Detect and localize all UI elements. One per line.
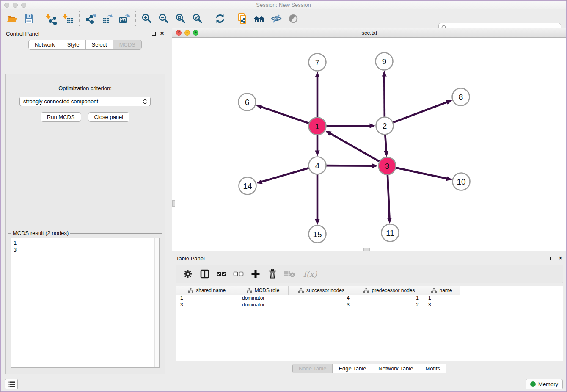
graph-edge-1-to-7[interactable] <box>315 72 319 119</box>
optimization-criterion-select[interactable]: strongly connected component <box>19 97 151 106</box>
graph-node-4[interactable]: 4 <box>309 157 326 174</box>
graph-edge-3-to-10[interactable] <box>395 168 452 181</box>
column-header-successor-nodes[interactable]: successor nodes <box>288 286 355 295</box>
graph-node-8[interactable]: 8 <box>452 88 470 106</box>
clone-network-icon[interactable] <box>234 11 251 26</box>
tab-motifs[interactable]: Motifs <box>419 364 446 373</box>
node-table: shared nameMCDS rolesuccessor nodesprede… <box>176 286 563 361</box>
column-header-filler <box>460 286 469 295</box>
graph-edge-1-to-4[interactable] <box>315 134 319 157</box>
graph-edge-2-to-9[interactable] <box>382 70 387 118</box>
cell-predecessor-nodes[interactable]: 1 <box>355 295 424 301</box>
preview-mode-icon[interactable] <box>285 11 302 26</box>
graph-node-10[interactable]: 10 <box>453 173 470 190</box>
zoom-out-icon[interactable] <box>155 11 172 26</box>
graph-edge-1-to-2[interactable] <box>325 124 375 128</box>
cell-successor-nodes[interactable]: 3 <box>288 301 355 308</box>
show-columns-icon[interactable] <box>197 267 212 281</box>
column-header-name[interactable]: name <box>424 286 460 295</box>
graph-edge-1-to-6[interactable] <box>256 105 310 124</box>
hide-panels-eye-icon[interactable] <box>268 11 285 26</box>
zoom-in-icon[interactable] <box>138 11 155 26</box>
graph-node-11[interactable]: 11 <box>382 224 399 242</box>
graph-edge-4-to-3[interactable] <box>325 163 378 168</box>
refresh-layout-icon[interactable] <box>212 11 228 26</box>
tab-edge-table[interactable]: Edge Table <box>333 364 372 373</box>
memory-button-label: Memory <box>538 381 558 387</box>
graph-edge-4-to-14[interactable] <box>256 168 310 184</box>
main-toolbar <box>1 10 566 28</box>
graph-edge-2-to-3[interactable] <box>384 133 388 157</box>
table-panel-tabs: Node TableEdge TableNetwork TableMotifs <box>292 364 446 373</box>
select-all-checkboxes-icon[interactable] <box>214 267 229 281</box>
network-canvas[interactable]: 7968124314101511 <box>172 38 567 251</box>
import-network-icon[interactable] <box>43 11 60 26</box>
zoom-selected-icon[interactable] <box>189 11 206 26</box>
cell-predecessor-nodes[interactable]: 2 <box>355 301 424 308</box>
graph-node-9[interactable]: 9 <box>376 53 393 70</box>
return-home-icon[interactable] <box>251 11 268 26</box>
import-table-icon[interactable] <box>60 11 77 26</box>
graph-node-3[interactable]: 3 <box>379 157 396 175</box>
result-scrollbar[interactable] <box>154 238 159 367</box>
column-type-icon <box>188 288 193 293</box>
tab-network[interactable]: Network <box>29 40 61 49</box>
memory-button[interactable]: Memory <box>526 379 563 389</box>
graph-edge-4-to-15[interactable] <box>315 174 319 225</box>
tab-style[interactable]: Style <box>61 40 86 49</box>
tab-node-table[interactable]: Node Table <box>293 364 333 373</box>
apply-function-icon[interactable]: f(x) <box>299 267 322 281</box>
graph-node-2[interactable]: 2 <box>376 117 394 135</box>
graph-node-6[interactable]: 6 <box>239 94 256 111</box>
run-mcds-button[interactable]: Run MCDS <box>41 112 81 122</box>
graph-node-14[interactable]: 14 <box>239 177 256 195</box>
deselect-all-checkboxes-icon[interactable] <box>231 267 246 281</box>
save-session-icon[interactable] <box>20 11 37 26</box>
graph-node-15[interactable]: 15 <box>309 226 326 243</box>
tab-select[interactable]: Select <box>86 40 113 49</box>
export-table-icon[interactable] <box>99 11 116 26</box>
table-row[interactable]: 3dominator323 <box>176 301 469 308</box>
add-column-icon[interactable] <box>248 267 263 281</box>
task-history-button[interactable] <box>5 379 18 389</box>
graph-edge-2-to-8[interactable] <box>392 100 452 123</box>
cell-shared-name[interactable]: 3 <box>176 301 238 308</box>
cell-shared-name[interactable]: 1 <box>176 295 238 301</box>
open-session-icon[interactable] <box>3 11 20 26</box>
column-header-MCDS-role[interactable]: MCDS role <box>238 286 288 295</box>
horizontal-splitter-handle[interactable] <box>363 248 370 251</box>
graph-node-7[interactable]: 7 <box>309 54 326 71</box>
control-panel-float-icon[interactable] <box>152 32 156 36</box>
export-image-icon[interactable] <box>116 11 133 26</box>
window-title: Session: New Session <box>1 2 566 8</box>
delete-table-icon[interactable] <box>282 267 297 281</box>
tab-network-table[interactable]: Network Table <box>372 364 419 373</box>
mcds-result-textarea[interactable]: 13 <box>11 238 160 368</box>
cell-name[interactable]: 1 <box>424 295 460 301</box>
column-header-predecessor-nodes[interactable]: predecessor nodes <box>355 286 424 295</box>
graph-edge-3-to-11[interactable] <box>387 174 392 224</box>
graph-node-1[interactable]: 1 <box>309 118 326 135</box>
table-panel-float-icon[interactable] <box>550 257 554 260</box>
cell-name[interactable]: 3 <box>424 301 460 308</box>
svg-text:1: 1 <box>315 122 320 131</box>
svg-text:8: 8 <box>459 93 463 102</box>
export-network-icon[interactable] <box>82 11 99 26</box>
network-window-title: scc.txt <box>172 30 567 36</box>
table-panel-close-icon[interactable]: ✕ <box>559 256 563 261</box>
zoom-fit-icon[interactable] <box>172 11 189 26</box>
cell-MCDS-role[interactable]: dominator <box>238 295 288 301</box>
control-panel-close-icon[interactable]: ✕ <box>160 31 164 36</box>
network-window-titlebar[interactable]: ✕ − + scc.txt <box>172 28 567 38</box>
table-row[interactable]: 1dominator411 <box>176 295 469 301</box>
column-header-shared-name[interactable]: shared name <box>176 286 238 295</box>
svg-text:3: 3 <box>385 162 390 171</box>
graph-edge-3-to-1[interactable] <box>325 131 380 162</box>
vertical-splitter-handle[interactable] <box>172 200 175 207</box>
delete-column-trash-icon[interactable] <box>265 267 280 281</box>
table-options-gear-icon[interactable] <box>180 267 195 281</box>
cell-successor-nodes[interactable]: 4 <box>288 295 355 301</box>
close-panel-button[interactable]: Close panel <box>88 112 130 122</box>
cell-MCDS-role[interactable]: dominator <box>238 301 288 308</box>
tab-mcds[interactable]: MCDS <box>113 40 141 49</box>
